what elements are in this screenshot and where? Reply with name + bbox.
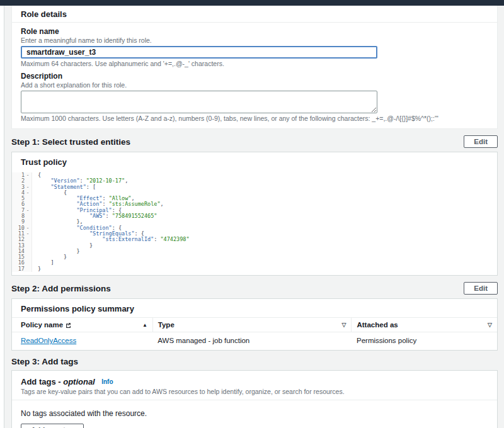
code-fold-spacer [25, 266, 31, 272]
code-line: 17} [12, 266, 497, 272]
filter-icon[interactable]: ▽ [488, 322, 492, 328]
column-type[interactable]: Type ▽ [152, 318, 352, 332]
policy-name-cell: ReadOnlyAccess [12, 332, 152, 351]
description-label: Description [21, 72, 488, 81]
column-type-label: Type [158, 321, 175, 329]
role-details-header: Role details [12, 6, 497, 23]
code-fold-icon[interactable]: - [25, 231, 31, 237]
filter-icon[interactable]: ▽ [342, 322, 346, 328]
code-fold-spacer [25, 237, 31, 242]
sort-ascending-icon[interactable]: ▲ [142, 322, 147, 328]
step1-heading: Step 1: Select trusted entities [11, 137, 130, 147]
code-line: 8 "AWS": "758491552465" [12, 213, 497, 219]
role-name-helper: Enter a meaningful name to identify this… [21, 37, 488, 44]
code-fold-icon[interactable]: - [25, 208, 31, 213]
step2-row: Step 2: Add permissions Edit [11, 282, 498, 295]
permissions-table-body: ReadOnlyAccessAWS managed - job function… [12, 332, 497, 351]
code-line: 14 } [12, 249, 497, 254]
main-content: Role details Role name Enter a meaningfu… [5, 6, 504, 428]
code-fold-icon[interactable]: - [25, 172, 31, 178]
description-helper: Add a short explanation for this role. [21, 82, 488, 89]
policy-name-link[interactable]: ReadOnlyAccess [21, 337, 76, 344]
code-line: 16 ] [12, 260, 497, 266]
role-name-input[interactable] [21, 46, 377, 59]
step1-row: Step 1: Select trusted entities Edit [11, 135, 498, 148]
code-text: ] [32, 260, 54, 266]
permissions-summary-card: Permissions policy summary Policy name [11, 298, 498, 351]
add-tags-body: No tags associated with the resource. Ad… [12, 400, 497, 428]
table-row: ReadOnlyAccessAWS managed - job function… [12, 332, 497, 351]
code-line: 13 } [12, 243, 497, 249]
code-fold-spacer [25, 213, 31, 219]
column-attached-as[interactable]: Attached as ▽ [352, 318, 497, 332]
left-gutter [0, 6, 4, 428]
code-text: } [32, 266, 41, 272]
code-fold-spacer [25, 249, 31, 254]
permissions-table-header-row: Policy name ▲ [12, 318, 497, 332]
step1-edit-button[interactable]: Edit [464, 135, 498, 148]
step3-heading: Step 3: Add tags [11, 357, 78, 366]
trust-policy-title: Trust policy [12, 152, 497, 171]
step2-heading: Step 2: Add permissions [11, 284, 111, 293]
line-number: 17 [12, 266, 25, 272]
add-tags-description: Tags are key-value pairs that you can ad… [21, 388, 488, 395]
role-name-label: Role name [21, 28, 488, 36]
description-textarea[interactable] [21, 91, 377, 113]
permissions-table: Policy name ▲ [12, 317, 497, 350]
attached-as-cell: Permissions policy [352, 332, 497, 351]
console-top-bar [0, 0, 504, 6]
code-fold-spacer [25, 260, 31, 266]
external-link-icon [66, 322, 71, 328]
step2-edit-button[interactable]: Edit [464, 282, 498, 295]
no-tags-text: No tags associated with the resource. [21, 409, 488, 418]
trust-policy-card: Trust policy 1-{2 "Version": "2012-10-17… [11, 152, 498, 276]
add-new-tag-button[interactable]: Add new tag [21, 424, 84, 428]
column-policy-name[interactable]: Policy name ▲ [12, 318, 152, 332]
code-fold-spacer [25, 196, 31, 201]
column-attached-as-label: Attached as [357, 321, 398, 329]
add-tags-header: Add tags - optional Info Tags are key-va… [12, 371, 497, 400]
code-line-gutter: 17 [12, 266, 32, 272]
role-details-body: Role name Enter a meaningful name to ide… [12, 23, 497, 128]
column-policy-name-label: Policy name [21, 321, 63, 329]
role-name-constraint: Maximum 64 characters. Use alphanumeric … [21, 60, 488, 67]
code-fold-spacer [25, 254, 31, 260]
code-line: 3- "Statement": [ [12, 184, 497, 190]
code-fold-spacer [25, 243, 31, 249]
code-line: 15 } [12, 254, 497, 260]
permissions-summary-title: Permissions policy summary [12, 299, 497, 317]
info-link[interactable]: Info [101, 378, 113, 385]
add-tags-card: Add tags - optional Info Tags are key-va… [11, 370, 498, 428]
role-details-panel: Role details Role name Enter a meaningfu… [11, 6, 498, 129]
add-tags-title: Add tags - optional [21, 377, 95, 386]
trust-policy-code[interactable]: 1-{2 "Version": "2012-10-17",3- "Stateme… [12, 171, 497, 275]
page-title: Role details [21, 9, 488, 19]
description-constraint: Maximum 1000 characters. Use letters (A-… [21, 115, 488, 122]
code-fold-icon[interactable]: - [25, 190, 31, 196]
policy-type-cell: AWS managed - job function [152, 332, 352, 351]
step3-row: Step 3: Add tags [11, 357, 498, 366]
